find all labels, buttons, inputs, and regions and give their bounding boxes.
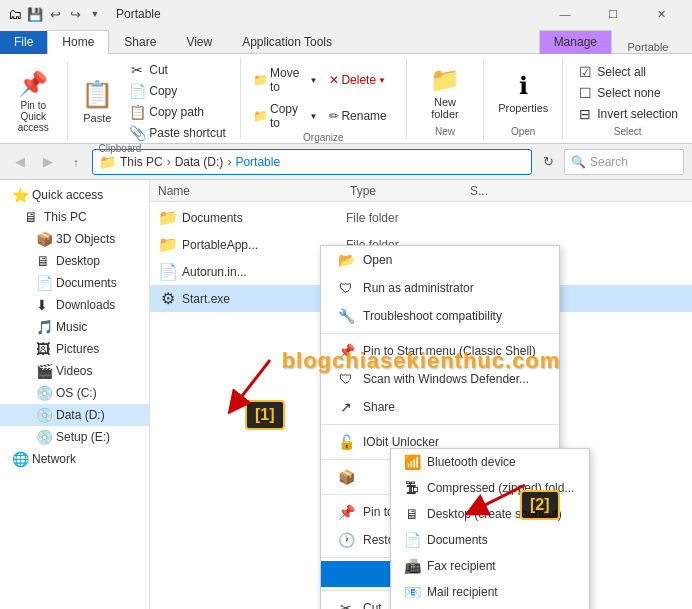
nav-music[interactable]: 🎵 Music	[0, 316, 149, 338]
close-btn[interactable]: ✕	[638, 0, 684, 28]
nav-3d-objects[interactable]: 📦 3D Objects	[0, 228, 149, 250]
select-none-label: Select none	[597, 86, 660, 100]
address-path-box[interactable]: 📁 This PC › Data (D:) › Portable	[92, 149, 532, 175]
ctx-run-as-admin[interactable]: 🛡 Run as administrator	[321, 274, 559, 302]
ctx-iobit-icon: 🔓	[337, 434, 355, 450]
nav-documents[interactable]: 📄 Documents	[0, 272, 149, 294]
properties-label: Properties	[498, 102, 548, 114]
nav-videos[interactable]: 🎬 Videos	[0, 360, 149, 382]
file-item-documents[interactable]: 📁 Documents File folder	[150, 204, 692, 231]
ctx-troubleshoot[interactable]: 🔧 Troubleshoot compatibility	[321, 302, 559, 330]
ribbon-group-select: ☑ Select all ☐ Select none ⊟ Invert sele…	[563, 58, 692, 139]
back-btn[interactable]: ◀	[8, 150, 32, 174]
copy-to-btn[interactable]: 📁 Copy to ▼	[249, 100, 321, 132]
3d-objects-icon: 📦	[36, 231, 52, 247]
ctx-pin-start[interactable]: 📌 Pin to Start menu (Classic Shell)	[321, 337, 559, 365]
properties-btn[interactable]: ℹ Properties	[492, 68, 554, 118]
tab-view[interactable]: View	[171, 30, 227, 54]
tab-share[interactable]: Share	[109, 30, 171, 54]
ctx-pin-icon: 📌	[337, 343, 355, 359]
tab-file[interactable]: File	[0, 31, 47, 54]
nav-os-c-label: OS (C:)	[56, 386, 97, 400]
sendto-zip[interactable]: 🗜 Compressed (zipped) fold...	[391, 475, 589, 501]
nav-setup-e-label: Setup (E:)	[56, 430, 110, 444]
ctx-admin-icon: 🛡	[337, 280, 355, 296]
ctx-cut-icon: ✂	[337, 600, 355, 609]
ctx-share[interactable]: ↗ Share	[321, 393, 559, 421]
undo-qat-btn[interactable]: ↩	[46, 5, 64, 23]
folder-icon-documents: 📁	[158, 208, 178, 227]
nav-this-pc-label: This PC	[44, 210, 87, 224]
minimize-btn[interactable]: —	[542, 0, 588, 28]
maximize-btn[interactable]: ☐	[590, 0, 636, 28]
sendto-teamviewer[interactable]: 🖥 TeamViewer	[391, 605, 589, 609]
ctx-open[interactable]: 📂 Open	[321, 246, 559, 274]
tab-manage[interactable]: Manage	[539, 30, 612, 54]
refresh-btn[interactable]: ↻	[536, 150, 560, 174]
copy-label: Copy	[149, 84, 177, 98]
sendto-bluetooth[interactable]: 📶 Bluetooth device	[391, 449, 589, 475]
organize-label: Organize	[303, 132, 344, 145]
tab-application-tools[interactable]: Application Tools	[227, 30, 347, 54]
this-pc-icon: 🖥	[24, 209, 40, 225]
select-none-btn[interactable]: ☐ Select none	[571, 83, 684, 103]
search-box[interactable]: 🔍 Search	[564, 149, 684, 175]
select-all-btn[interactable]: ☑ Select all	[571, 62, 684, 82]
ctx-scan[interactable]: 🛡 Scan with Windows Defender...	[321, 365, 559, 393]
paste-shortcut-btn[interactable]: 📎 Paste shortcut	[123, 123, 232, 143]
col-type-header[interactable]: Type	[350, 184, 470, 198]
paste-btn[interactable]: 📋 Paste	[75, 75, 119, 128]
pin-to-quick-access-btn[interactable]: 📌 Pin to Quickaccess	[8, 66, 59, 137]
sendto-mail-label: Mail recipient	[427, 585, 498, 599]
copy-path-btn[interactable]: 📋 Copy path	[123, 102, 232, 122]
rename-btn[interactable]: ✏ Rename	[325, 107, 397, 125]
nav-pictures[interactable]: 🖼 Pictures	[0, 338, 149, 360]
select-inner: ☑ Select all ☐ Select none ⊟ Invert sele…	[571, 62, 684, 124]
nav-quick-access[interactable]: ⭐ Quick access	[0, 184, 149, 206]
up-btn[interactable]: ↑	[64, 150, 88, 174]
sendto-fax[interactable]: 📠 Fax recipient	[391, 553, 589, 579]
delete-btn[interactable]: ✕ Delete ▼	[325, 71, 397, 89]
col-name-header[interactable]: Name	[150, 184, 350, 198]
invert-selection-btn[interactable]: ⊟ Invert selection	[571, 104, 684, 124]
sendto-mail[interactable]: 📧 Mail recipient	[391, 579, 589, 605]
sendto-zip-label: Compressed (zipped) fold...	[427, 481, 574, 495]
clipboard-label: Clipboard	[99, 143, 142, 156]
crumb-thispc[interactable]: This PC	[120, 155, 163, 169]
save-qat-btn[interactable]: 💾	[26, 5, 44, 23]
rename-label: Rename	[341, 109, 386, 123]
new-folder-btn[interactable]: 📁 New folder	[415, 62, 475, 124]
crumb-portable[interactable]: Portable	[235, 155, 280, 169]
sendto-documents[interactable]: 📄 Documents	[391, 527, 589, 553]
ctx-iobit-label: IObit Unlocker	[363, 435, 439, 449]
crumb-datad[interactable]: Data (D:)	[175, 155, 224, 169]
nav-desktop[interactable]: 🖥 Desktop	[0, 250, 149, 272]
arrow-1	[210, 340, 290, 420]
nav-network[interactable]: 🌐 Network	[0, 448, 149, 470]
copy-to-caret: ▼	[309, 112, 317, 121]
nav-this-pc[interactable]: 🖥 This PC	[0, 206, 149, 228]
select-label: Select	[614, 126, 642, 139]
nav-os-c[interactable]: 💿 OS (C:)	[0, 382, 149, 404]
col-size-header[interactable]: S...	[470, 184, 550, 198]
redo-qat-btn[interactable]: ↪	[66, 5, 84, 23]
quick-access-toolbar: 💾 ↩ ↪ ▼	[26, 5, 104, 23]
forward-btn[interactable]: ▶	[36, 150, 60, 174]
nav-setup-e[interactable]: 💿 Setup (E:)	[0, 426, 149, 448]
move-to-btn[interactable]: 📁 Move to ▼	[249, 64, 321, 96]
file-name-start: Start.exe	[182, 292, 342, 306]
nav-desktop-label: Desktop	[56, 254, 100, 268]
ctx-pin-label: Pin to Start menu (Classic Shell)	[363, 344, 536, 358]
nav-data-d-label: Data (D:)	[56, 408, 105, 422]
tab-home[interactable]: Home	[47, 30, 109, 54]
cut-btn[interactable]: ✂ Cut	[123, 60, 232, 80]
copy-btn[interactable]: 📄 Copy	[123, 81, 232, 101]
nav-downloads[interactable]: ⬇ Downloads	[0, 294, 149, 316]
nav-data-d[interactable]: 💿 Data (D:)	[0, 404, 149, 426]
ctx-scan-icon: 🛡	[337, 371, 355, 387]
ctx-scan-label: Scan with Windows Defender...	[363, 372, 529, 386]
copy-icon: 📄	[129, 83, 145, 99]
qat-dropdown[interactable]: ▼	[86, 5, 104, 23]
open-buttons: ℹ Properties	[492, 60, 554, 126]
sendto-desktop[interactable]: 🖥 Desktop (create shortcut)	[391, 501, 589, 527]
